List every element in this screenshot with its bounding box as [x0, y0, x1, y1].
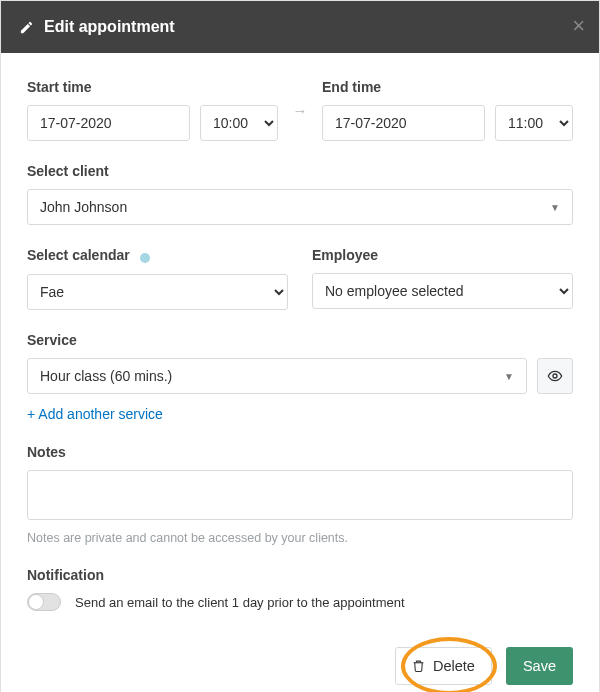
- view-service-button[interactable]: [537, 358, 573, 394]
- edit-appointment-modal: Edit appointment × Start time 17-07-2020…: [0, 0, 600, 692]
- chevron-down-icon: ▼: [504, 371, 514, 382]
- pencil-icon: [19, 20, 34, 35]
- arrow-right-icon: →: [278, 102, 322, 119]
- client-value: John Johnson: [40, 199, 127, 215]
- add-service-link[interactable]: + Add another service: [27, 406, 163, 422]
- client-label: Select client: [27, 163, 573, 179]
- trash-icon: [412, 659, 425, 673]
- close-icon[interactable]: ×: [572, 15, 585, 37]
- client-section: Select client John Johnson ▼: [27, 163, 573, 225]
- toggle-knob: [28, 594, 44, 610]
- end-time-group: End time 17-07-2020 11:00: [322, 79, 573, 141]
- notes-help-text: Notes are private and cannot be accessed…: [27, 531, 573, 545]
- time-row: Start time 17-07-2020 10:00 → End time 1…: [27, 79, 573, 141]
- eye-icon: [547, 368, 563, 384]
- modal-body: Start time 17-07-2020 10:00 → End time 1…: [1, 53, 599, 692]
- notes-label: Notes: [27, 444, 573, 460]
- svg-point-0: [553, 374, 557, 378]
- service-label: Service: [27, 332, 573, 348]
- notification-label: Notification: [27, 567, 573, 583]
- calendar-label: Select calendar: [27, 247, 288, 264]
- end-time-select[interactable]: 11:00: [495, 105, 573, 141]
- start-date-input[interactable]: 17-07-2020: [27, 105, 190, 141]
- notes-textarea[interactable]: [27, 470, 573, 520]
- start-time-select[interactable]: 10:00: [200, 105, 278, 141]
- modal-title: Edit appointment: [44, 18, 175, 36]
- notification-text: Send an email to the client 1 day prior …: [75, 595, 405, 610]
- employee-select[interactable]: No employee selected: [312, 273, 573, 309]
- service-section: Service Hour class (60 mins.) ▼ + Add an…: [27, 332, 573, 422]
- notes-section: Notes Notes are private and cannot be ac…: [27, 444, 573, 545]
- modal-header: Edit appointment ×: [1, 1, 599, 53]
- employee-label: Employee: [312, 247, 573, 263]
- calendar-select[interactable]: Fae: [27, 274, 288, 310]
- chevron-down-icon: ▼: [550, 202, 560, 213]
- end-time-label: End time: [322, 79, 573, 95]
- footer: Delete Save: [27, 647, 573, 685]
- service-select[interactable]: Hour class (60 mins.) ▼: [27, 358, 527, 394]
- notification-section: Notification Send an email to the client…: [27, 567, 573, 611]
- employee-section: Employee No employee selected: [312, 247, 573, 310]
- calendar-color-dot: [140, 253, 150, 263]
- save-button-label: Save: [523, 658, 556, 674]
- end-date-input[interactable]: 17-07-2020: [322, 105, 485, 141]
- service-value: Hour class (60 mins.): [40, 368, 172, 384]
- delete-button[interactable]: Delete: [395, 647, 492, 685]
- start-time-group: Start time 17-07-2020 10:00: [27, 79, 278, 141]
- save-button[interactable]: Save: [506, 647, 573, 685]
- calendar-section: Select calendar Fae: [27, 247, 288, 310]
- start-time-label: Start time: [27, 79, 278, 95]
- delete-button-label: Delete: [433, 658, 475, 674]
- notification-toggle[interactable]: [27, 593, 61, 611]
- client-select[interactable]: John Johnson ▼: [27, 189, 573, 225]
